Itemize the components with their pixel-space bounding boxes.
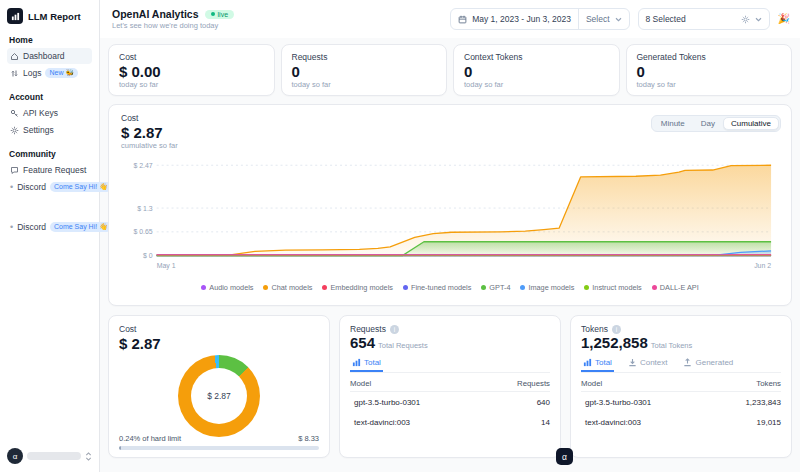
hard-limit-amount: $ 8.33 — [298, 434, 319, 443]
tab-generated[interactable]: Generated — [681, 356, 735, 372]
sidebar-item-settings[interactable]: Settings — [7, 122, 92, 138]
table-header: ModelTokens — [581, 376, 781, 392]
stat-label: Requests — [292, 52, 437, 62]
bar-chart-icon — [583, 358, 592, 367]
discord-badge: Come Say Hi! 👋 — [50, 222, 112, 232]
cost-area-chart[interactable]: $ 2.47$ 1.3$ 0.65$ 0May 1Jun 2 — [121, 154, 779, 280]
sidebar-item-label: Feature Request — [23, 165, 86, 175]
sidebar-item-label: Discord — [17, 182, 46, 192]
legend-item: Image models — [520, 283, 574, 292]
sidebar-item-dashboard[interactable]: Dashboard — [7, 48, 92, 64]
download-icon — [628, 358, 637, 367]
message-icon — [10, 166, 19, 175]
card-label: Cost — [119, 324, 319, 334]
topbar: OpenAI Analytics live Let's see how we'r… — [100, 0, 800, 38]
stat-caption: today so far — [119, 80, 264, 89]
stat-card-requests: Requests 0 today so far — [281, 44, 448, 96]
page-title: OpenAI Analytics — [112, 8, 199, 20]
tab-total[interactable]: Total — [350, 356, 383, 372]
card-value: 1,252,858Total Tokens — [581, 334, 781, 351]
chevron-down-icon — [755, 17, 762, 22]
chat-fab[interactable]: α — [556, 448, 573, 465]
model-value: 19,015 — [757, 418, 781, 427]
model-name: text-davinci:003 — [581, 418, 641, 427]
table-header: ModelRequests — [350, 376, 550, 392]
party-popper-icon[interactable]: 🎉 — [778, 14, 790, 24]
card-label: Requests — [350, 324, 386, 334]
svg-text:May 1: May 1 — [157, 262, 176, 270]
user-menu[interactable]: α — [7, 448, 92, 464]
tokens-tabs: TotalContextGenerated — [581, 356, 781, 373]
info-icon[interactable]: i — [612, 325, 621, 334]
models-filter-dropdown[interactable]: 8 Selected — [638, 8, 770, 30]
stat-caption: today so far — [637, 80, 782, 89]
gear-icon — [10, 126, 19, 135]
date-preset-select[interactable]: Select — [586, 14, 610, 24]
username-skeleton — [27, 452, 81, 460]
key-icon — [10, 109, 19, 118]
table-row[interactable]: gpt-3.5-turbo-0301 1,233,843 — [581, 392, 781, 412]
section-account: Account — [9, 92, 92, 102]
divider — [578, 9, 579, 29]
tab-total[interactable]: Total — [581, 356, 614, 372]
svg-text:$ 2.47: $ 2.47 — [133, 162, 152, 169]
legend-item: Fine-tuned models — [403, 283, 471, 292]
sidebar-item-discord-2[interactable]: • Discord Come Say Hi! 👋 — [7, 219, 92, 235]
legend-item: Chat models — [263, 283, 312, 292]
bottom-row: Cost $ 2.87 $ 2.87 0.24% of hard limit $… — [108, 315, 792, 458]
models-selected-value: 8 Selected — [646, 14, 736, 24]
legend-dot-icon — [584, 285, 589, 290]
requests-table: ModelRequests gpt-3.5-turbo-0301 640 tex… — [350, 376, 550, 432]
legend-item: Embedding models — [322, 283, 392, 292]
bar-chart-icon — [352, 358, 361, 367]
calendar-icon — [458, 15, 467, 24]
card-label: Tokens — [581, 324, 608, 334]
stat-card-generated-tokens: Generated Tokens 0 today so far — [626, 44, 793, 96]
dashboard-content: Cost $ 0.00 today so far Requests 0 toda… — [100, 38, 800, 472]
model-value: 14 — [541, 418, 550, 427]
stat-card-context-tokens: Context Tokens 0 today so far — [453, 44, 620, 96]
chevron-updown-icon — [85, 452, 92, 461]
svg-text:Jun 2: Jun 2 — [754, 262, 771, 269]
mode-button-cumulative[interactable]: Cumulative — [723, 117, 779, 130]
model-name: gpt-3.5-turbo-0301 — [581, 398, 651, 407]
table-row[interactable]: text-davinci:003 14 — [350, 412, 550, 432]
sidebar-item-discord[interactable]: • Discord Come Say Hi! 👋 — [7, 179, 92, 195]
logs-icon — [10, 69, 19, 78]
new-badge: New 🐝 — [45, 68, 78, 78]
tokens-table: ModelTokens gpt-3.5-turbo-0301 1,233,843… — [581, 376, 781, 432]
mode-button-minute[interactable]: Minute — [653, 117, 693, 130]
table-row[interactable]: text-davinci:003 19,015 — [581, 412, 781, 432]
cost-breakdown-card: Cost $ 2.87 $ 2.87 0.24% of hard limit $… — [108, 315, 330, 458]
hard-limit-progress-fill — [119, 446, 121, 450]
stat-label: Cost — [119, 52, 264, 62]
requests-card: Requests i 654Total Requests Total Model… — [339, 315, 561, 458]
stat-value: 0 — [292, 63, 437, 80]
table-row[interactable]: gpt-3.5-turbo-0301 640 — [350, 392, 550, 412]
sidebar-item-label: API Keys — [23, 108, 58, 118]
mode-button-day[interactable]: Day — [693, 117, 723, 130]
model-value: 640 — [537, 398, 550, 407]
sidebar: LLM Report Home Dashboard Logs New 🐝 Acc… — [0, 0, 100, 472]
chart-caption: cumulative so far — [121, 141, 779, 150]
gear-icon — [741, 15, 750, 24]
legend-dot-icon — [520, 285, 525, 290]
sidebar-item-api-keys[interactable]: API Keys — [7, 105, 92, 121]
tab-context[interactable]: Context — [626, 356, 670, 372]
info-icon[interactable]: i — [390, 325, 399, 334]
svg-text:$ 1.3: $ 1.3 — [137, 205, 153, 212]
sidebar-item-feature-request[interactable]: Feature Request — [7, 162, 92, 178]
date-range-picker[interactable]: May 1, 2023 - Jun 3, 2023 Select — [450, 8, 629, 30]
legend-item: GPT-4 — [481, 283, 510, 292]
upload-icon — [683, 358, 692, 367]
legend-item: Audio models — [201, 283, 253, 292]
legend-dot-icon — [322, 285, 327, 290]
page-header: OpenAI Analytics live Let's see how we'r… — [112, 8, 234, 30]
stat-label: Generated Tokens — [637, 52, 782, 62]
app-logo: LLM Report — [7, 8, 92, 24]
cost-donut-chart[interactable]: $ 2.87 — [178, 355, 260, 437]
sidebar-item-logs[interactable]: Logs New 🐝 — [7, 65, 92, 81]
stat-value: 0 — [464, 63, 609, 80]
home-icon — [10, 52, 19, 61]
app-title: LLM Report — [28, 11, 81, 22]
